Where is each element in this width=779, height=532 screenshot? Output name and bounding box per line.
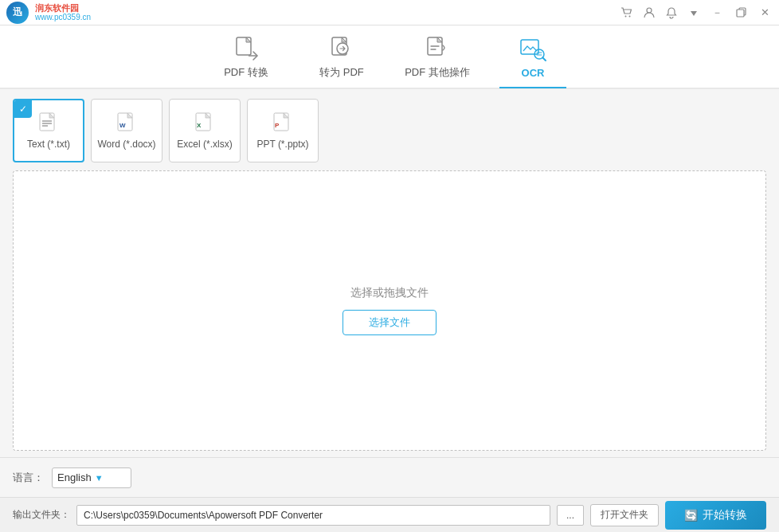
language-label: 语言： [13,471,44,485]
nav-pdf-convert[interactable]: PDF 转换 [198,25,294,88]
format-selector-row: Text (*.txt) W Word (*.docx) X Excel ( [13,99,766,162]
svg-marker-3 [691,11,697,16]
minimize-button[interactable]: － [709,5,725,21]
svg-point-0 [625,15,627,17]
browse-button[interactable]: ... [557,505,584,526]
format-pptx-label: PPT (*.pptx) [256,139,308,150]
svg-point-2 [647,8,652,13]
start-label: 开始转换 [703,508,747,522]
format-docx-label: Word (*.docx) [97,139,155,150]
output-path-input[interactable] [76,505,550,526]
svg-line-12 [542,57,546,61]
nav-pdf-other-label: PDF 其他操作 [405,65,470,80]
nav-ocr-icon [519,35,547,64]
title-text-block: 润东软件园 www.pc0359.cn [35,3,91,22]
site-name: 润东软件园 [35,3,91,13]
svg-text:P: P [275,122,280,129]
format-docx-icon: W [115,111,138,134]
window-controls: － ✕ [620,5,773,21]
language-dropdown-arrow: ▼ [95,473,104,483]
format-pptx-icon: P [272,111,294,134]
drop-hint: 选择或拖拽文件 [350,286,429,300]
nav-to-pdf-icon [327,33,356,62]
format-xlsx[interactable]: X Excel (*.xlsx) [169,99,241,162]
output-label: 输出文件夹： [13,508,70,522]
format-docx[interactable]: W Word (*.docx) [91,99,162,162]
nav-pdf-convert-label: PDF 转换 [224,65,268,80]
user-icon[interactable] [642,6,656,20]
notification-icon[interactable] [664,6,679,20]
close-button[interactable]: ✕ [757,5,773,21]
format-txt-icon [37,111,60,134]
svg-rect-10 [521,40,538,54]
main-area: Text (*.txt) W Word (*.docx) X Excel ( [0,89,779,457]
start-convert-button[interactable]: 🔄 开始转换 [665,501,766,530]
nav-to-pdf-label: 转为 PDF [319,65,364,80]
language-value: English [57,471,92,483]
title-bar: 迅 润东软件园 www.pc0359.cn [0,0,779,25]
nav-pdf-other[interactable]: PDF 其他操作 [390,25,485,88]
format-xlsx-label: Excel (*.xlsx) [177,139,232,150]
output-bar: 输出文件夹： ... 打开文件夹 🔄 开始转换 [0,497,779,532]
format-xlsx-icon: X [194,111,216,134]
nav-pdf-other-icon [423,33,452,62]
navbar: PDF 转换 转为 PDF PDF 其他操作 [0,25,779,89]
svg-point-1 [629,15,631,17]
select-file-button[interactable]: 选择文件 [343,310,436,335]
title-bar-left: 迅 润东软件园 www.pc0359.cn [6,2,91,24]
nav-ocr-label: OCR [522,67,545,79]
drop-zone[interactable]: 选择或拖拽文件 选择文件 [13,170,766,451]
restore-button[interactable] [733,5,749,21]
svg-rect-4 [737,10,744,17]
svg-text:W: W [119,122,126,129]
site-url: www.pc0359.cn [35,13,91,22]
nav-ocr[interactable]: OCR [485,25,581,88]
svg-text:X: X [197,122,202,129]
start-icon: 🔄 [684,509,698,522]
open-folder-button[interactable]: 打开文件夹 [590,504,659,526]
menu-icon[interactable] [687,6,701,20]
format-txt-label: Text (*.txt) [27,139,70,150]
app-logo: 迅 [6,2,29,24]
cart-icon[interactable] [620,6,634,20]
bottom-language-bar: 语言： English ▼ [0,457,779,497]
language-dropdown[interactable]: English ▼ [52,467,131,488]
nav-to-pdf[interactable]: 转为 PDF [294,25,390,88]
nav-pdf-convert-icon [232,33,260,62]
format-txt[interactable]: Text (*.txt) [13,99,84,162]
format-pptx[interactable]: P PPT (*.pptx) [247,99,319,162]
